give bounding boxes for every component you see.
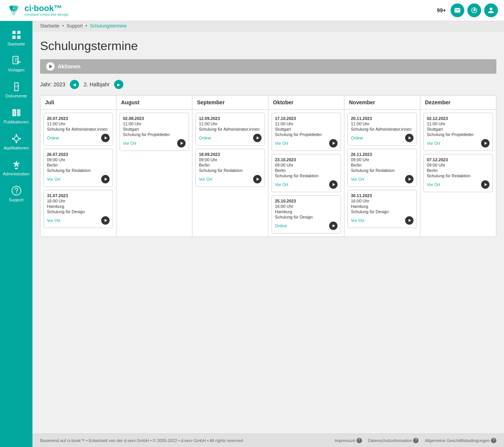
event-link[interactable]: Vor Ort	[427, 182, 440, 187]
event-date: 18.09.2023	[199, 152, 262, 157]
footer-agb[interactable]: Allgemeine Geschäftsbedingungen	[425, 438, 496, 443]
event-date: 20.11.2023	[351, 116, 414, 121]
applikationen-icon	[11, 133, 22, 144]
footer-links: Impressum Datenschutzinformation Allgeme…	[334, 438, 496, 443]
notification-count: 99+	[437, 7, 446, 13]
event-play-button[interactable]	[177, 139, 186, 147]
next-half-button[interactable]	[114, 80, 123, 89]
event-link[interactable]: Vor Ort	[275, 141, 288, 146]
event-link[interactable]: Vor Ort	[351, 218, 364, 223]
event-play-button[interactable]	[101, 134, 110, 142]
event-link[interactable]: Vor Ort	[275, 182, 288, 187]
event-link[interactable]: Vor Ort	[123, 141, 136, 146]
event-link[interactable]: Online	[199, 136, 211, 140]
sidebar-item-applikationen[interactable]: Applikationen	[0, 129, 32, 155]
event-type: Schulung für Redaktion	[47, 168, 110, 173]
sidebar-item-dokumente[interactable]: </> Dokumente	[0, 77, 32, 103]
event-play-button[interactable]	[253, 134, 262, 142]
event-date: 30.11.2023	[351, 193, 414, 198]
svg-point-15	[19, 138, 21, 140]
breadcrumb-startseite[interactable]: Startseite	[40, 23, 60, 29]
event-play-button[interactable]	[481, 180, 489, 189]
event-link[interactable]: Vor Ort	[427, 141, 440, 146]
prev-half-button[interactable]	[70, 80, 79, 89]
aktionen-label: Aktionen	[58, 63, 81, 70]
aktionen-play-button[interactable]	[46, 62, 55, 71]
breadcrumb-support[interactable]: Support	[67, 23, 83, 29]
event-time: 09:00 Uhr	[427, 163, 489, 167]
logo-subtitle: constant corporate design	[24, 13, 69, 17]
event-time: 11:00 Uhr	[427, 121, 489, 126]
event-play-button[interactable]	[101, 216, 110, 225]
logo-text: ci·book™ constant corporate design	[24, 4, 69, 17]
event-play-button[interactable]	[101, 175, 110, 183]
compass-button[interactable]	[467, 3, 481, 17]
logo-name: ci·book™	[24, 4, 69, 13]
event-footer: Vor Ort	[351, 175, 414, 183]
sidebar-item-administration[interactable]: Administration	[0, 155, 32, 181]
support-icon	[11, 185, 22, 196]
event-card: 20.11.202311:00 UhrSchulung für Administ…	[347, 113, 417, 146]
event-date: 20.07.2023	[47, 116, 110, 121]
month-events-september: 12.09.202311:00 UhrSchulung für Administ…	[192, 110, 268, 190]
event-time: 09:00 Uhr	[47, 157, 110, 162]
event-time: 09:00 Uhr	[351, 157, 414, 162]
event-type: Schulung für Redaktion	[427, 173, 489, 178]
mail-button[interactable]	[451, 3, 464, 17]
event-play-button[interactable]	[253, 175, 262, 183]
event-link[interactable]: Online	[275, 223, 287, 228]
svg-text:Rx: Rx	[17, 60, 21, 64]
footer-impressum[interactable]: Impressum	[334, 438, 362, 443]
event-link[interactable]: Vor Ort	[47, 218, 60, 223]
svg-rect-4	[17, 36, 20, 39]
month-header-august: August	[116, 96, 192, 110]
event-location: Berlin	[275, 168, 338, 173]
event-time: 16:00 Uhr	[47, 199, 110, 203]
event-footer: Vor Ort	[427, 139, 489, 147]
vorlagen-icon: Rx	[11, 55, 22, 66]
event-footer: Vor Ort	[275, 139, 338, 147]
month-events-november: 20.11.202311:00 UhrSchulung für Administ…	[344, 110, 420, 231]
sidebar-label-startseite: Startseite	[7, 42, 25, 46]
event-type: Schulung für Projektleiter	[427, 132, 489, 137]
sidebar-label-dokumente: Dokumente	[5, 94, 27, 98]
event-location: Hamburg	[47, 204, 110, 209]
event-card: 02.08.202311:00 UhrStuttgartSchulung für…	[120, 113, 189, 151]
footer-datenschutz[interactable]: Datenschutzinformation	[368, 438, 419, 443]
event-date: 12.09.2023	[199, 116, 262, 121]
sidebar-item-vorlagen[interactable]: Rx Vorlagen	[0, 51, 32, 77]
svg-point-11	[14, 136, 19, 141]
event-footer: Vor Ort	[427, 180, 489, 189]
svg-rect-9	[17, 109, 20, 117]
event-link[interactable]: Online	[351, 136, 363, 140]
user-button[interactable]	[484, 3, 498, 17]
svg-point-12	[15, 134, 17, 136]
event-footer: Vor Ort	[351, 216, 414, 225]
event-play-button[interactable]	[329, 139, 338, 147]
event-link[interactable]: Vor Ort	[351, 177, 364, 181]
event-time: 09:00 Uhr	[275, 163, 338, 167]
sidebar-item-support[interactable]: Support	[0, 181, 32, 207]
month-events-juli: 20.07.202311:00 UhrSchulung für Administ…	[40, 110, 116, 231]
month-events-oktober: 17.10.202311:00 UhrStuttgartSchulung für…	[268, 110, 344, 236]
month-col-juli: Juli20.07.202311:00 UhrSchulung für Admi…	[40, 96, 116, 236]
month-events-august: 02.08.202311:00 UhrStuttgartSchulung für…	[116, 110, 192, 154]
svg-rect-3	[12, 36, 15, 39]
event-link[interactable]: Vor Ort	[47, 177, 60, 181]
breadcrumb: Startseite • Support • Schulungstermine	[32, 21, 504, 31]
event-play-button[interactable]	[329, 222, 338, 230]
event-play-button[interactable]	[405, 216, 414, 225]
event-card: 18.09.202309:00 UhrBerlinSchulung für Re…	[195, 149, 265, 187]
event-link[interactable]: Online	[47, 136, 59, 140]
event-time: 11:00 Uhr	[199, 121, 262, 126]
event-link[interactable]: Vor Ort	[199, 177, 212, 181]
event-play-button[interactable]	[481, 139, 489, 147]
event-type: Schulung für Redaktion	[351, 168, 414, 173]
event-play-button[interactable]	[405, 134, 414, 142]
event-time: 11:00 Uhr	[47, 121, 110, 126]
breadcrumb-current: Schulungstermine	[90, 23, 127, 29]
event-play-button[interactable]	[405, 175, 414, 183]
event-play-button[interactable]	[329, 180, 338, 189]
sidebar-item-startseite[interactable]: Startseite	[0, 25, 32, 51]
sidebar-item-publikationen[interactable]: Publikationen	[0, 103, 32, 129]
